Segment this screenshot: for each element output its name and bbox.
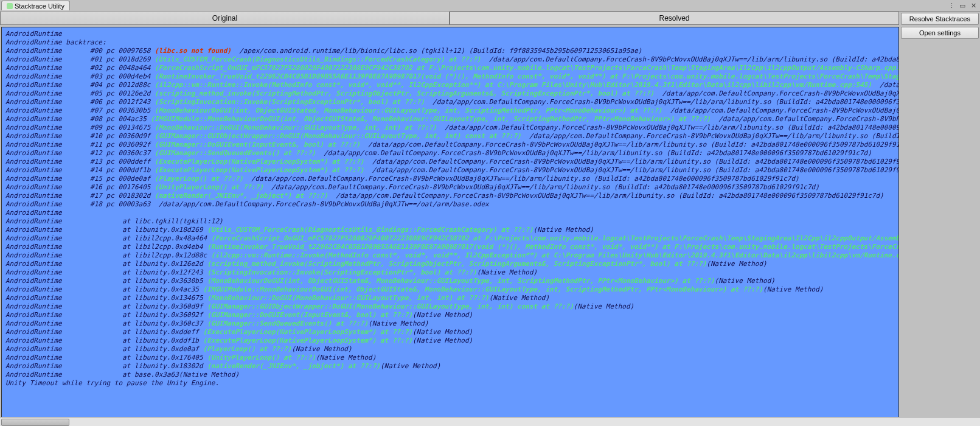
- tab-original-label: Original: [212, 14, 237, 23]
- stacktrace-content[interactable]: AndroidRuntime AndroidRuntime backtrace:…: [2, 27, 898, 417]
- stacktrace-icon: [7, 3, 13, 9]
- stacktrace-text-area[interactable]: AndroidRuntime AndroidRuntime backtrace:…: [1, 27, 899, 417]
- more-icon[interactable]: ⋮: [947, 2, 956, 10]
- titlebar: Stacktrace Utility ⋮ ▭ ✕: [0, 0, 980, 12]
- window-title: Stacktrace Utility: [15, 2, 64, 10]
- horizontal-scrollbar[interactable]: [0, 417, 980, 426]
- open-settings-button[interactable]: Open settings: [901, 27, 979, 39]
- tab-resolved-label: Resolved: [659, 14, 689, 23]
- open-settings-label: Open settings: [919, 29, 961, 37]
- action-panel: Resolve Stacktraces Open settings: [901, 13, 979, 39]
- resolve-button-label: Resolve Stacktraces: [909, 15, 970, 23]
- window-title-tab[interactable]: Stacktrace Utility: [1, 1, 70, 10]
- close-icon[interactable]: ✕: [969, 2, 978, 10]
- tab-original[interactable]: Original: [0, 12, 450, 25]
- resolve-button[interactable]: Resolve Stacktraces: [901, 13, 979, 25]
- tab-resolved[interactable]: Resolved: [450, 12, 899, 25]
- minimize-icon[interactable]: ▭: [958, 2, 967, 10]
- scrollbar-thumb[interactable]: [1, 419, 69, 426]
- window-controls: ⋮ ▭ ✕: [947, 2, 980, 10]
- tab-bar: Original Resolved: [0, 12, 899, 25]
